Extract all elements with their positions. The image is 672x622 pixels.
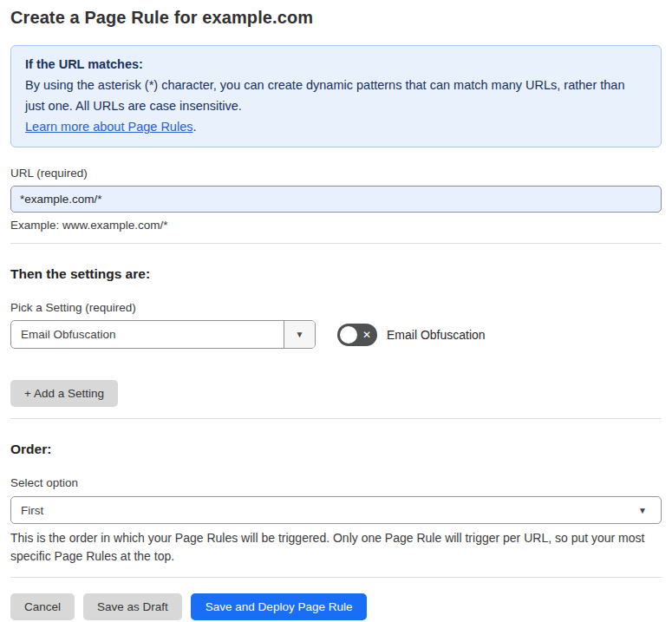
email-obfuscation-toggle[interactable]: ✕ xyxy=(337,324,377,346)
divider xyxy=(10,577,662,578)
toggle-label: Email Obfuscation xyxy=(387,328,486,342)
order-select[interactable]: First ▼ xyxy=(10,496,662,524)
create-page-rule-panel: Create a Page Rule for example.com If th… xyxy=(0,0,672,620)
settings-section-heading: Then the settings are: xyxy=(10,266,662,282)
info-box-heading: If the URL matches: xyxy=(25,54,647,75)
order-select-value: First xyxy=(21,504,43,517)
url-label: URL (required) xyxy=(10,167,662,180)
order-select-label: Select option xyxy=(10,476,662,489)
save-draft-button[interactable]: Save as Draft xyxy=(83,593,182,620)
url-input[interactable] xyxy=(10,186,662,213)
link-suffix-period: . xyxy=(192,120,196,134)
setting-row: Email Obfuscation ▼ ✕ Email Obfuscation xyxy=(10,320,662,349)
setting-dropdown[interactable]: Email Obfuscation ▼ xyxy=(10,320,316,349)
toggle-off-x-icon: ✕ xyxy=(362,330,371,340)
url-match-info-box: If the URL matches: By using the asteris… xyxy=(10,45,662,147)
info-link-line: Learn more about Page Rules. xyxy=(25,116,647,137)
setting-dropdown-value: Email Obfuscation xyxy=(11,321,284,348)
order-section-heading: Order: xyxy=(10,442,662,457)
page-title: Create a Page Rule for example.com xyxy=(10,8,662,28)
divider xyxy=(10,418,662,419)
add-setting-button[interactable]: + Add a Setting xyxy=(10,380,118,407)
chevron-down-icon: ▼ xyxy=(638,506,651,515)
cancel-button[interactable]: Cancel xyxy=(10,593,75,620)
pick-setting-label: Pick a Setting (required) xyxy=(10,301,662,314)
toggle-knob xyxy=(340,326,357,344)
learn-more-link[interactable]: Learn more about Page Rules xyxy=(25,120,192,134)
order-help-text: This is the order in which your Page Rul… xyxy=(10,529,652,566)
save-deploy-button[interactable]: Save and Deploy Page Rule xyxy=(191,593,368,620)
url-example-hint: Example: www.example.com/* xyxy=(10,219,662,232)
divider xyxy=(10,243,662,244)
footer-actions: Cancel Save as Draft Save and Deploy Pag… xyxy=(10,593,662,620)
info-box-body: By using the asterisk (*) character, you… xyxy=(25,75,647,116)
chevron-down-icon[interactable]: ▼ xyxy=(284,321,315,348)
